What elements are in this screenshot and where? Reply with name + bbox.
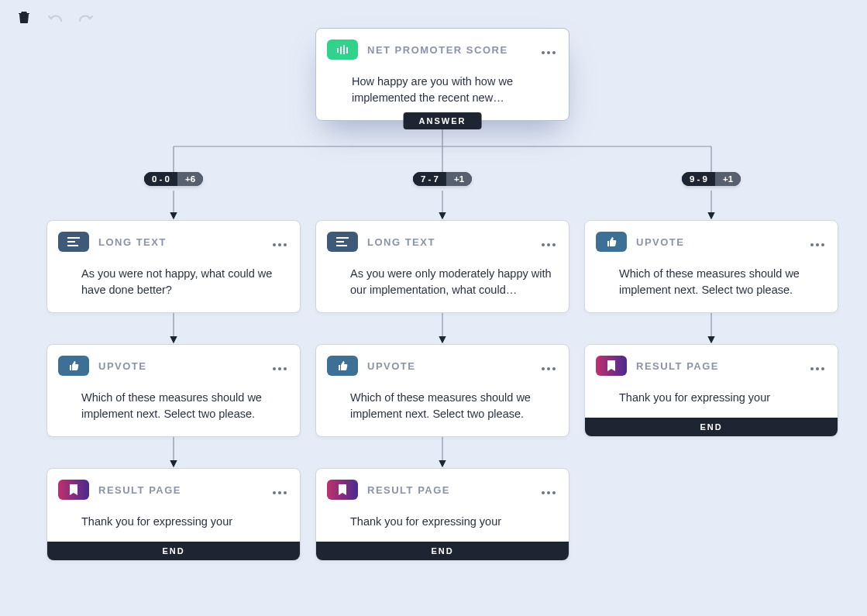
svg-point-15 — [284, 367, 287, 370]
svg-point-13 — [273, 367, 276, 370]
trash-icon — [19, 11, 29, 23]
bookmark-icon — [58, 480, 89, 500]
answer-pill[interactable]: ANSWER — [404, 112, 482, 129]
node-header: UPVOTE — [58, 356, 289, 376]
node-result[interactable]: RESULT PAGE Thank you for expressing you… — [315, 468, 569, 561]
node-text: Thank you for expressing your opinion!We… — [327, 500, 558, 532]
svg-point-25 — [542, 367, 545, 370]
svg-rect-19 — [336, 237, 349, 239]
node-menu-button[interactable] — [270, 234, 289, 250]
end-bar: END — [585, 418, 838, 436]
svg-rect-9 — [67, 245, 78, 246]
node-menu-button[interactable] — [539, 358, 558, 374]
redo-button[interactable] — [77, 9, 95, 25]
dots-icon — [810, 367, 824, 370]
node-header: UPVOTE — [327, 356, 558, 376]
svg-point-23 — [547, 243, 550, 246]
node-result[interactable]: RESULT PAGE Thank you for expressing you… — [46, 468, 301, 561]
node-longtext[interactable]: LONG TEXT As you were not happy, what co… — [46, 220, 301, 313]
node-type-label: LONG TEXT — [98, 236, 167, 248]
svg-rect-2 — [343, 45, 345, 54]
node-type-label: UPVOTE — [636, 236, 684, 248]
node-type-label: RESULT PAGE — [636, 360, 719, 372]
branch-chip[interactable]: 7 - 7 +1 — [413, 172, 472, 186]
dots-icon — [810, 243, 824, 246]
node-text: Thank you for expressing your opinion!We… — [596, 376, 827, 408]
node-text: As you were only moderately happy with o… — [327, 252, 558, 303]
editor-toolbar — [15, 9, 95, 25]
flow-canvas[interactable]: 0 - 0 +6 7 - 7 +1 9 - 9 +1 NET PROMOTER … — [0, 0, 867, 616]
undo-icon — [48, 12, 62, 22]
node-header: UPVOTE — [596, 232, 827, 252]
dots-icon — [273, 491, 287, 494]
node-upvote[interactable]: UPVOTE Which of these measures should we… — [315, 344, 569, 437]
svg-point-16 — [273, 491, 276, 494]
svg-rect-7 — [67, 237, 80, 239]
svg-rect-21 — [336, 245, 347, 246]
svg-point-31 — [810, 243, 814, 246]
svg-point-26 — [547, 367, 550, 370]
node-result[interactable]: RESULT PAGE Thank you for expressing you… — [584, 344, 838, 437]
thumbs-up-icon — [58, 356, 89, 376]
bookmark-icon — [327, 480, 358, 500]
node-header: NET PROMOTER SCORE — [327, 40, 558, 60]
longtext-icon — [58, 232, 89, 252]
node-header: RESULT PAGE — [327, 480, 558, 500]
node-text: Which of these measures should we implem… — [596, 252, 827, 303]
svg-point-27 — [552, 367, 556, 370]
svg-point-10 — [273, 243, 276, 246]
svg-point-17 — [278, 491, 281, 494]
node-menu-button[interactable] — [808, 234, 827, 250]
node-menu-button[interactable] — [270, 482, 289, 498]
branch-chip[interactable]: 0 - 0 +6 — [144, 172, 203, 186]
svg-rect-1 — [340, 46, 342, 54]
svg-point-18 — [284, 491, 287, 494]
branch-range: 7 - 7 — [413, 172, 446, 186]
branch-range: 0 - 0 — [144, 172, 177, 186]
branch-range: 9 - 9 — [682, 172, 715, 186]
svg-rect-0 — [337, 48, 339, 53]
svg-point-29 — [547, 491, 550, 494]
svg-point-32 — [816, 243, 819, 246]
branch-extra: +1 — [446, 172, 472, 186]
branch-chip[interactable]: 9 - 9 +1 — [682, 172, 741, 186]
node-upvote[interactable]: UPVOTE Which of these measures should we… — [584, 220, 838, 313]
thumbs-up-icon — [596, 232, 627, 252]
svg-point-28 — [542, 491, 545, 494]
undo-button[interactable] — [46, 9, 64, 25]
node-menu-button[interactable] — [270, 358, 289, 374]
dots-icon — [542, 491, 556, 494]
svg-point-22 — [542, 243, 545, 246]
svg-point-12 — [284, 243, 287, 246]
svg-point-24 — [552, 243, 556, 246]
node-menu-button[interactable] — [539, 234, 558, 250]
svg-point-34 — [810, 367, 814, 370]
node-menu-button[interactable] — [539, 42, 558, 58]
node-header: LONG TEXT — [58, 232, 289, 252]
svg-point-4 — [542, 51, 545, 54]
node-root-nps[interactable]: NET PROMOTER SCORE How happy are you wit… — [315, 28, 569, 121]
branch-extra: +6 — [177, 172, 203, 186]
thumbs-up-icon — [327, 356, 358, 376]
branch-extra: +1 — [715, 172, 741, 186]
end-bar: END — [316, 542, 569, 560]
node-menu-button[interactable] — [539, 482, 558, 498]
node-text: Thank you for expressing your opinion!We… — [58, 500, 289, 532]
delete-button[interactable] — [15, 9, 33, 25]
svg-point-36 — [821, 367, 824, 370]
svg-rect-3 — [346, 47, 348, 53]
dots-icon — [542, 367, 556, 370]
node-type-label: UPVOTE — [367, 360, 415, 372]
redo-icon — [79, 12, 93, 22]
svg-point-14 — [278, 367, 281, 370]
svg-point-6 — [552, 51, 556, 54]
node-text: Which of these measures should we implem… — [58, 376, 289, 427]
svg-point-35 — [816, 367, 819, 370]
node-menu-button[interactable] — [808, 358, 827, 374]
node-header: LONG TEXT — [327, 232, 558, 252]
nps-icon — [327, 40, 358, 60]
longtext-icon — [327, 232, 358, 252]
node-longtext[interactable]: LONG TEXT As you were only moderately ha… — [315, 220, 569, 313]
node-type-label: NET PROMOTER SCORE — [367, 44, 508, 56]
node-upvote[interactable]: UPVOTE Which of these measures should we… — [46, 344, 301, 437]
